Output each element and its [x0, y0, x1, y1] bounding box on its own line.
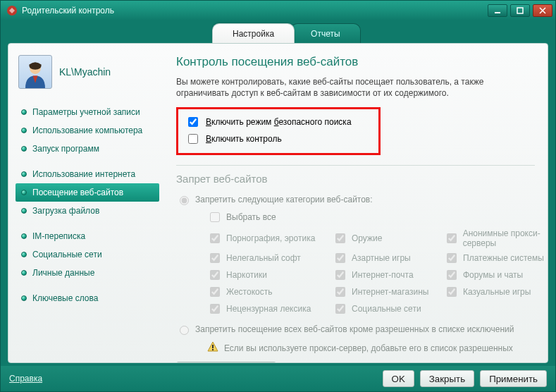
category-label: Платежные системы — [463, 253, 544, 263]
sidebar-item-label: Ключевые слова — [32, 293, 98, 303]
close-button[interactable] — [533, 4, 552, 17]
category-checkbox-input — [210, 233, 220, 243]
category-checkbox-input — [210, 270, 220, 280]
category-checkbox: Нелегальный софт — [207, 251, 327, 265]
select-all-label: Выбрать все — [226, 212, 276, 222]
safe-search-checkbox-row[interactable]: Включить режим безопасного поиска — [185, 114, 371, 130]
profile-block: KL\Myachin — [16, 51, 159, 99]
radio-categories — [180, 196, 189, 205]
category-checkbox: Интернет-магазины — [333, 285, 438, 299]
enable-control-label: Включить контроль — [206, 134, 282, 144]
category-checkbox: Интернет-почта — [333, 268, 438, 282]
bullet-icon — [21, 252, 27, 257]
radio-block-all-label: Запретить посещение всех веб-сайтов кром… — [195, 324, 514, 334]
bullet-icon — [21, 128, 27, 133]
bullet-icon — [21, 171, 27, 177]
profile-name: KL\Myachin — [59, 66, 111, 78]
category-checkbox: Порнография, эротика — [207, 228, 327, 248]
sidebar-item-label: Личные данные — [32, 268, 94, 278]
sidebar: KL\Myachin Параметры учетной записиИспол… — [8, 44, 163, 362]
sidebar-item[interactable]: Ключевые слова — [16, 289, 159, 307]
category-checkbox: Азартные игры — [333, 251, 438, 265]
sidebar-item-label: Загрузка файлов — [32, 206, 99, 216]
proxy-warning-row: Если вы используете прокси-сервер, добав… — [207, 341, 535, 355]
app-window: Родительский контроль Настройка Отчеты — [0, 0, 556, 392]
category-label: Казуальные игры — [463, 287, 531, 297]
category-label: Порнография, эротика — [226, 233, 315, 243]
category-label: Оружие — [352, 233, 382, 243]
tab-settings[interactable]: Настройка — [212, 23, 295, 43]
sidebar-item[interactable]: Запуск программ — [16, 140, 159, 158]
sidebar-item[interactable]: Загрузка файлов — [16, 202, 159, 220]
sidebar-item[interactable]: Посещение веб-сайтов — [16, 183, 159, 202]
proxy-warning-text: Если вы используете прокси-сервер, добав… — [224, 343, 513, 353]
radio-block-categories: Запретить следующие категории веб-сайтов… — [176, 192, 535, 207]
maximize-button[interactable] — [510, 4, 530, 17]
category-checkbox-input — [447, 253, 457, 263]
category-checkbox-input — [335, 253, 345, 263]
sidebar-item-label: Использование интернета — [32, 169, 135, 179]
sidebar-item[interactable]: Использование компьютера — [16, 121, 159, 140]
titlebar: Родительский контроль — [1, 1, 555, 20]
close-window-button[interactable]: Закрыть — [420, 370, 474, 387]
category-checkbox: Наркотики — [207, 268, 327, 282]
safe-search-checkbox[interactable] — [188, 117, 198, 127]
svg-rect-4 — [212, 345, 214, 348]
tab-label: Настройка — [233, 29, 274, 39]
category-checkbox: Жестокость — [207, 285, 327, 299]
main-panel: Контроль посещения веб-сайтов Вы можете … — [163, 44, 548, 362]
category-checkbox-input — [335, 287, 345, 297]
category-checkbox-input — [447, 270, 457, 280]
category-checkbox: Форумы и чаты — [444, 268, 548, 282]
help-link[interactable]: Справка — [9, 374, 42, 384]
category-checkbox-input — [335, 233, 345, 243]
category-label: Жестокость — [226, 287, 272, 297]
page-intro: Вы можете контролировать, какие веб-сайт… — [176, 76, 535, 99]
sidebar-item[interactable]: Использование интернета — [16, 165, 159, 183]
category-label: Интернет-магазины — [352, 287, 428, 297]
bullet-icon — [21, 109, 27, 115]
category-checkbox-input — [210, 304, 220, 314]
sidebar-item[interactable]: Параметры учетной записи — [16, 103, 159, 121]
svg-rect-5 — [212, 349, 214, 350]
category-label: Социальные сети — [352, 304, 421, 314]
sidebar-item-label: IM-переписка — [32, 231, 85, 241]
bullet-icon — [21, 295, 27, 301]
enable-control-checkbox[interactable] — [188, 134, 198, 144]
category-label: Азартные игры — [352, 253, 411, 263]
highlight-box: Включить режим безопасного поиска Включи… — [176, 107, 381, 155]
separator — [176, 165, 535, 166]
category-checkbox — [444, 302, 548, 316]
body-panel: KL\Myachin Параметры учетной записиИспол… — [8, 43, 548, 363]
svg-rect-2 — [517, 8, 523, 13]
sidebar-item[interactable]: Личные данные — [16, 264, 159, 282]
category-label: Анонимные прокси-серверы — [463, 228, 548, 248]
sidebar-item[interactable]: Социальные сети — [16, 245, 159, 264]
category-label: Нелегальный софт — [226, 253, 301, 263]
warning-icon — [207, 341, 218, 355]
enable-control-checkbox-row[interactable]: Включить контроль — [185, 130, 371, 147]
tab-label: Отчеты — [311, 29, 340, 39]
minimize-button[interactable] — [488, 4, 507, 17]
bullet-icon — [21, 270, 27, 276]
category-checkbox-input — [447, 233, 457, 243]
block-section-title: Запрет веб-сайтов — [176, 173, 535, 185]
apply-button[interactable]: Применить — [480, 370, 547, 387]
radio-block-all-row: Запретить посещение всех веб-сайтов кром… — [176, 321, 535, 337]
safe-search-label: Включить режим безопасного поиска — [206, 117, 352, 127]
tab-reports[interactable]: Отчеты — [290, 23, 360, 43]
category-checkbox-input — [210, 287, 220, 297]
ok-button[interactable]: OK — [383, 370, 414, 387]
category-label: Нецензурная лексика — [226, 304, 311, 314]
category-label: Форумы и чаты — [463, 270, 523, 280]
block-section: Запретить следующие категории веб-сайтов… — [176, 192, 535, 362]
bullet-icon — [21, 190, 27, 195]
sidebar-item-label: Социальные сети — [32, 250, 102, 259]
tab-row: Настройка Отчеты — [1, 20, 555, 43]
category-checkbox: Оружие — [333, 228, 438, 248]
category-checkbox: Платежные системы — [444, 251, 548, 265]
sidebar-item[interactable]: IM-переписка — [16, 227, 159, 245]
category-checkbox: Казуальные игры — [444, 285, 548, 299]
page-title: Контроль посещения веб-сайтов — [176, 55, 535, 69]
category-checkbox-input — [335, 270, 345, 280]
